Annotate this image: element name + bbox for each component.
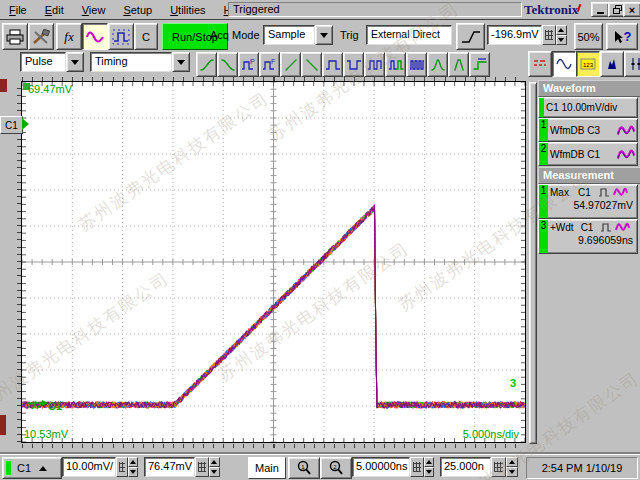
vertical-offset-value[interactable]: 76.47mV [144, 457, 195, 477]
burst-button[interactable] [406, 52, 427, 77]
rise-slope-button[interactable] [280, 52, 301, 77]
spin-up-icon[interactable] [424, 457, 434, 467]
menu-setup[interactable]: Setup [114, 2, 161, 18]
function-button[interactable]: fx [56, 23, 82, 50]
spin-down-icon[interactable] [506, 467, 518, 477]
period-button[interactable] [364, 52, 385, 77]
menu-utilities[interactable]: Utilities [161, 2, 214, 18]
fall-time-icon [220, 57, 236, 73]
magnifier-2-icon: 2 [328, 460, 344, 476]
magnify-2-button[interactable]: 2 [320, 457, 352, 479]
trig-level-value[interactable]: -196.9mV [487, 25, 542, 45]
channel-position-marker[interactable]: C1 [0, 116, 23, 134]
trig-source-select[interactable]: External Direct [366, 25, 452, 45]
dropdown-arrow-icon[interactable] [66, 52, 84, 72]
measurement-item-pos-width[interactable]: 3 +Wdt C1 9.696059ns [538, 219, 638, 254]
channel-marker-arrow-icon [22, 118, 29, 130]
keypad-icon[interactable] [195, 457, 209, 477]
spin-down-icon[interactable] [424, 467, 434, 477]
horizontal-position-spinner[interactable] [506, 457, 518, 477]
waveform-item-c1[interactable]: C1 10.00mV/div [538, 97, 638, 118]
rise-time-button[interactable] [196, 52, 217, 77]
vertical-offset-field[interactable]: 76.47mV [144, 457, 220, 477]
spin-down-icon[interactable] [209, 467, 220, 477]
measurement-name: Max [550, 187, 569, 198]
horizontal-scale-field[interactable]: 5.00000ns [352, 457, 434, 477]
help-pointer-button[interactable]: ? [606, 23, 638, 50]
set-50-percent-button[interactable]: 50% [574, 23, 603, 50]
minimize-button[interactable] [591, 2, 609, 17]
pulse-select-button[interactable] [108, 23, 134, 50]
positive-pulse-button[interactable] [322, 52, 343, 77]
horizontal-scale-value[interactable]: 5.00000ns [352, 457, 410, 477]
keypad-icon[interactable] [410, 457, 423, 477]
print-button[interactable] [2, 23, 28, 50]
dropdown-arrow-icon[interactable] [315, 25, 333, 45]
settling-button[interactable] [469, 52, 490, 77]
vertical-scale-field[interactable]: 10.00mV/ [62, 457, 138, 477]
panel-splitter[interactable] [529, 82, 537, 444]
magnify-1-button[interactable]: 1 [288, 457, 320, 479]
fall-time-button[interactable] [217, 52, 238, 77]
vertical-scale-value[interactable]: 10.00mV/ [62, 457, 116, 477]
histogram-display-button[interactable] [600, 51, 624, 77]
spin-down-icon[interactable] [128, 467, 138, 477]
close-icon: × [629, 5, 635, 15]
acq-mode-select[interactable]: Sample [263, 25, 333, 45]
peak-narrow-button[interactable] [448, 52, 469, 77]
question-mark-icon: ? [624, 29, 632, 44]
measurement-item-max[interactable]: 1 Max C1 54.97027mV [538, 184, 638, 219]
region-number-label: 3 [510, 377, 516, 389]
fall-slope-button[interactable] [301, 52, 322, 77]
trig-slope-button[interactable] [456, 23, 485, 50]
timebase-main-button[interactable]: Main [248, 457, 286, 479]
spin-up-icon[interactable] [128, 457, 138, 467]
spin-up-icon[interactable] [209, 457, 220, 467]
keypad-icon[interactable] [542, 25, 556, 45]
horizontal-position-value[interactable]: 25.000n [440, 457, 491, 477]
burst-icon [409, 57, 425, 73]
vector-display-icon [556, 56, 572, 72]
pulse-width-p-button[interactable]: P [238, 52, 259, 77]
keypad-icon[interactable] [116, 457, 128, 477]
pulse-pair-icon [388, 57, 404, 73]
pulse-pair-button[interactable] [385, 52, 406, 77]
close-button[interactable]: × [623, 2, 640, 17]
waveform-squiggle-icon [613, 187, 628, 198]
spin-down-icon[interactable] [556, 35, 567, 45]
setup-tools-button[interactable] [28, 23, 54, 50]
dropdown-arrow-icon[interactable] [172, 52, 190, 72]
horizontal-position-field[interactable]: 25.000n [440, 457, 518, 477]
cursor-arrow-icon [613, 30, 623, 44]
waveform-item-wfmdb-c3[interactable]: 1 WfmDB C3 [538, 118, 638, 142]
negative-pulse-button[interactable] [343, 52, 364, 77]
channel-select-button[interactable]: C1 [2, 457, 62, 479]
vertical-offset-spinner[interactable] [209, 457, 220, 477]
waveform-database-button[interactable]: 123 [576, 51, 600, 77]
spin-up-icon[interactable] [556, 25, 567, 35]
keypad-icon[interactable] [491, 457, 506, 477]
vertical-scale-spinner[interactable] [128, 457, 138, 477]
menu-file[interactable]: File [0, 2, 36, 18]
measure-class-select[interactable]: Pulse [20, 52, 84, 72]
char-button[interactable]: C [134, 23, 158, 50]
period-icon [367, 57, 383, 73]
trig-level-spinner[interactable] [556, 25, 567, 45]
cursors-button[interactable] [624, 51, 640, 77]
clock-display: 2:54 PM 1/10/19 [526, 457, 638, 479]
menu-edit[interactable]: Edit [36, 2, 73, 18]
waveform-display-button[interactable] [82, 23, 108, 50]
dots-display-button[interactable] [528, 51, 552, 77]
clock-text: 2:54 PM 1/10/19 [542, 462, 623, 474]
peak-wide-button[interactable] [427, 52, 448, 77]
bottom-bar-divider [0, 452, 640, 455]
horizontal-scale-spinner[interactable] [424, 457, 434, 477]
spin-up-icon[interactable] [506, 457, 518, 467]
svg-text:F: F [271, 58, 275, 65]
trig-level-field[interactable]: -196.9mV [487, 25, 567, 45]
measure-group-select[interactable]: Timing [90, 52, 190, 72]
pulse-width-f-button[interactable]: F [259, 52, 280, 77]
menu-view[interactable]: View [73, 2, 115, 18]
vector-display-button[interactable] [552, 51, 576, 77]
waveform-item-wfmdb-c1[interactable]: 2 WfmDB C1 [538, 142, 638, 166]
